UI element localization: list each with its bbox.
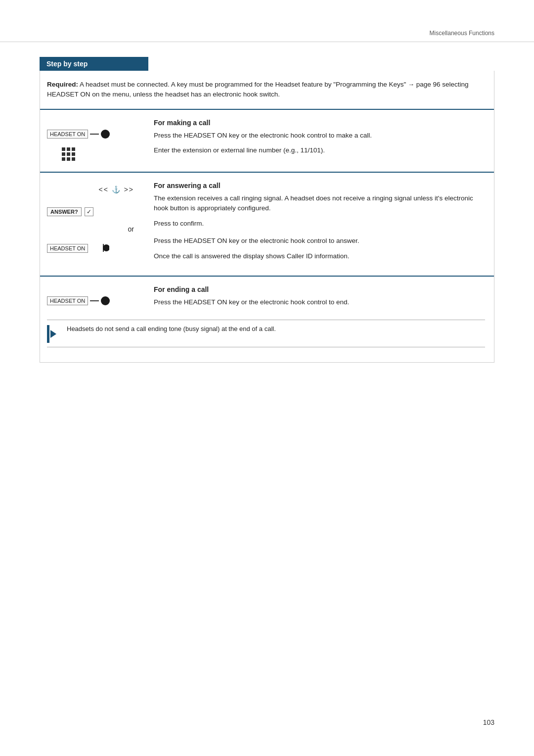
note-arrow [50, 330, 56, 338]
keypad-dot [62, 157, 65, 161]
key-circle-ending [101, 296, 110, 305]
keypad-dot [67, 147, 70, 151]
right-col-ending: For ending a call Press the HEADSET ON k… [149, 285, 494, 313]
section-title: Miscellaneous Functions [430, 30, 494, 37]
section-ending: HEADSET ON For ending a call Press the H… [40, 277, 494, 362]
key-circle-making [101, 130, 110, 139]
check-box: ✓ [85, 207, 93, 216]
note-text: Headsets do not send a call ending tone … [67, 324, 276, 334]
keypad-dot [72, 147, 75, 151]
note-icon [47, 324, 62, 343]
hook-symbol [98, 243, 109, 254]
content-box: Required: A headset must be connected. A… [40, 71, 494, 363]
section-answering: << ⚓ >> ANSWER? ✓ or HEADSET ON [40, 173, 494, 277]
left-col-answering: << ⚓ >> ANSWER? ✓ or HEADSET ON [40, 182, 149, 267]
left-col-ending: HEADSET ON [40, 285, 149, 313]
answering-text-2: Press to confirm. [154, 219, 485, 229]
keypad-dot [62, 147, 65, 151]
right-col-making: For making a call Press the HEADSET ON k… [149, 119, 494, 163]
page-number: 103 [483, 718, 494, 726]
key-connector-ending [90, 300, 99, 301]
ending-heading: For ending a call [154, 285, 485, 293]
ending-text-1: Press the HEADSET ON key or the electron… [154, 297, 485, 308]
headset-key-label-making: HEADSET ON [47, 130, 88, 139]
main-content: Step by step Required: A headset must be… [0, 42, 534, 392]
intro-section: Required: A headset must be connected. A… [40, 71, 494, 110]
bell-icon: << ⚓ >> [99, 186, 134, 193]
or-text: or [47, 225, 144, 233]
answering-text-3: Press the HEADSET ON key or the electron… [154, 236, 485, 246]
note-box: Headsets do not send a call ending tone … [47, 320, 485, 347]
making-heading: For making a call [154, 119, 485, 127]
answering-text-4: Once the call is answered the display sh… [154, 251, 485, 262]
headset-key-label-answering: HEADSET ON [47, 244, 88, 253]
answering-heading: For answering a call [154, 182, 485, 189]
page-header: Miscellaneous Functions [0, 0, 534, 42]
bell-row: << ⚓ >> [47, 186, 144, 193]
key-connector-making [90, 134, 99, 135]
headset-key-label-ending: HEADSET ON [47, 296, 88, 305]
keypad-icon [62, 147, 75, 161]
making-text-1: Press the HEADSET ON key or the electron… [154, 131, 485, 141]
headset-key-making: HEADSET ON [47, 130, 110, 139]
headset-key-ending: HEADSET ON [47, 296, 110, 305]
answering-text-1: The extension receives a call ringing si… [154, 193, 485, 214]
wave-icon [91, 245, 96, 252]
headset-key-answering: HEADSET ON [47, 243, 109, 254]
ending-row: HEADSET ON For ending a call Press the H… [40, 285, 494, 313]
keypad-dot [72, 152, 75, 156]
step-by-step-header: Step by step [40, 57, 148, 71]
intro-text: Required: A headset must be connected. A… [47, 80, 485, 100]
left-col-making: HEADSET ON [40, 119, 149, 163]
right-col-answering: For answering a call The extension recei… [149, 182, 494, 267]
answer-key: ANSWER? ✓ [47, 207, 93, 216]
note-bar [47, 325, 49, 343]
keypad-dot [62, 152, 65, 156]
keypad-dot [67, 157, 70, 161]
answer-label: ANSWER? [47, 207, 82, 216]
making-text-2: Enter the extension or external line num… [154, 145, 485, 156]
keypad-dot [67, 152, 70, 156]
keypad-dot [72, 157, 75, 161]
section-making: HEADSET ON For making a call [40, 110, 494, 173]
